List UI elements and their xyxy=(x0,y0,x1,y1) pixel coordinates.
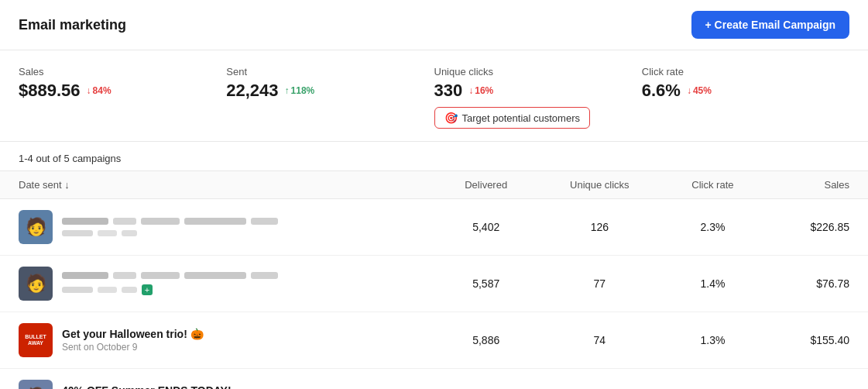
table-header-row: Date sent ↓ Delivered Unique clicks Clic… xyxy=(0,171,868,199)
stat-sent-label: Sent xyxy=(226,66,434,77)
campaign-cell: 🧑 xyxy=(0,199,436,256)
stat-unique-clicks-badge: 16% xyxy=(468,85,493,96)
col-date-sent: Date sent ↓ xyxy=(0,171,436,199)
stat-unique-clicks-label: Unique clicks xyxy=(434,66,642,77)
click-rate-cell: 3.2% xyxy=(663,369,763,390)
campaign-name: Get your Halloween trio! 🎃 xyxy=(62,328,204,340)
campaign-info xyxy=(62,218,278,236)
campaign-thumbnail: 🧑 xyxy=(19,210,53,244)
stat-click-rate-label: Click rate xyxy=(642,66,849,77)
table-row[interactable]: 🧑 40% OFF Summer ENDS TODAY! Sent on Oct… xyxy=(0,369,868,390)
campaign-thumbnail: BULLETAWAY xyxy=(19,323,53,357)
campaign-date: Sent on October 9 xyxy=(62,342,204,353)
delivered-cell: 5,886 xyxy=(436,312,537,369)
arrow-up-icon xyxy=(285,85,290,96)
campaign-thumbnail: 🧑 xyxy=(19,267,53,301)
sales-cell: $0.00 xyxy=(763,369,868,390)
table-row[interactable]: 🧑 5,402 126 2.3% xyxy=(0,199,868,256)
stat-click-rate: Click rate 6.6% 45% xyxy=(642,66,849,129)
stat-click-rate-value: 6.6% 45% xyxy=(642,81,849,101)
sales-cell: $76.78 xyxy=(763,256,868,312)
unique-clicks-cell: 74 xyxy=(537,312,663,369)
arrow-down-icon xyxy=(468,85,473,96)
campaign-cell: 🧑 40% OFF Summer ENDS TODAY! Sent on Oct… xyxy=(0,369,436,390)
unique-clicks-cell: 84 xyxy=(537,369,663,390)
stat-sales: Sales $889.56 84% xyxy=(19,66,226,129)
campaign-cell: BULLETAWAY Get your Halloween trio! 🎃 Se… xyxy=(0,312,436,369)
campaigns-table: Date sent ↓ Delivered Unique clicks Clic… xyxy=(0,170,868,389)
delivered-cell: 2,631 xyxy=(436,369,537,390)
unique-clicks-cell: 126 xyxy=(537,199,663,256)
click-rate-cell: 1.4% xyxy=(663,256,763,312)
table-row[interactable]: BULLETAWAY Get your Halloween trio! 🎃 Se… xyxy=(0,312,868,369)
click-rate-cell: 2.3% xyxy=(663,199,763,256)
col-sales: Sales xyxy=(763,171,868,199)
col-click-rate: Click rate xyxy=(663,171,763,199)
target-icon: 🎯 xyxy=(444,112,458,124)
stat-sent-badge: 118% xyxy=(285,85,315,96)
campaign-info: + xyxy=(62,272,278,295)
campaigns-count: 1-4 out of 5 campaigns xyxy=(0,142,868,170)
delivered-cell: 5,587 xyxy=(436,256,537,312)
stat-sent-value: 22,243 118% xyxy=(226,81,434,101)
table-row[interactable]: 🧑 + 5,587 77 1.4% xyxy=(0,256,868,312)
page-title: Email marketing xyxy=(19,17,126,33)
stat-unique-clicks: Unique clicks 330 16% 🎯 Target potential… xyxy=(434,66,642,129)
col-unique-clicks: Unique clicks xyxy=(537,171,663,199)
sales-cell: $226.85 xyxy=(763,199,868,256)
sales-cell: $155.40 xyxy=(763,312,868,369)
arrow-down-icon xyxy=(687,85,691,96)
campaign-info: 40% OFF Summer ENDS TODAY! Sent on Octob… xyxy=(62,384,232,389)
stat-unique-clicks-value: 330 16% xyxy=(434,81,642,101)
create-campaign-button[interactable]: + Create Email Campaign xyxy=(691,11,849,39)
campaign-cell: 🧑 + xyxy=(0,256,436,312)
campaign-name: 40% OFF Summer ENDS TODAY! xyxy=(62,384,232,389)
arrow-down-icon xyxy=(87,85,91,96)
page-header: Email marketing + Create Email Campaign xyxy=(0,0,868,50)
stat-sales-badge: 84% xyxy=(87,85,112,96)
stat-sales-value: $889.56 84% xyxy=(19,81,226,101)
stat-click-rate-badge: 45% xyxy=(687,85,712,96)
click-rate-cell: 1.3% xyxy=(663,312,763,369)
stat-sales-label: Sales xyxy=(19,66,226,77)
campaign-thumbnail: 🧑 xyxy=(19,380,53,389)
target-potential-customers-button[interactable]: 🎯 Target potential customers xyxy=(434,107,590,129)
stats-row: Sales $889.56 84% Sent 22,243 118% Uniqu… xyxy=(0,50,868,142)
delivered-cell: 5,402 xyxy=(436,199,537,256)
stat-sent: Sent 22,243 118% xyxy=(226,66,434,129)
col-delivered: Delivered xyxy=(436,171,537,199)
unique-clicks-cell: 77 xyxy=(537,256,663,312)
campaign-info: Get your Halloween trio! 🎃 Sent on Octob… xyxy=(62,328,204,353)
